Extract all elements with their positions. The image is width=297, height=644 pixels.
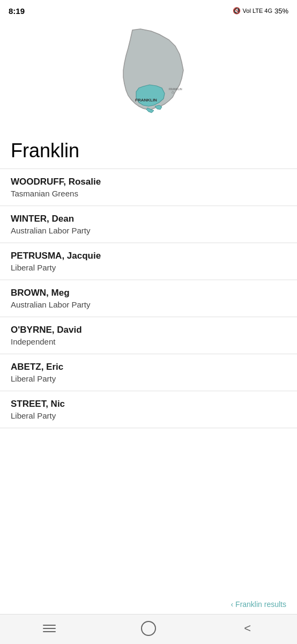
signal-icon: Vol LTE 4G <box>243 8 272 14</box>
bottom-nav: < <box>0 614 297 644</box>
nav-back-button[interactable]: < <box>232 618 264 639</box>
candidate-item: PETRUSMA, Jacquie Liberal Party <box>0 243 297 280</box>
map-container: FRANKLIN ⌂ FRANKLIN <box>0 19 297 134</box>
home-circle-icon <box>141 621 156 636</box>
candidate-party-7: Liberal Party <box>11 411 286 420</box>
candidate-item: WINTER, Dean Australian Labor Party <box>0 206 297 243</box>
candidate-name-2: WINTER, Dean <box>11 214 286 224</box>
tasmania-map: FRANKLIN ⌂ FRANKLIN <box>90 25 207 132</box>
candidate-party-6: Liberal Party <box>11 374 286 383</box>
mute-icon: 🔇 <box>233 7 241 14</box>
candidate-name-7: STREET, Nic <box>11 399 286 409</box>
svg-text:FRANKLIN: FRANKLIN <box>169 87 182 91</box>
candidate-name-5: O'BYRNE, David <box>11 325 286 335</box>
candidate-party-5: Independent <box>11 337 286 346</box>
battery-icon: 35% <box>274 7 288 15</box>
candidate-item: WOODRUFF, Rosalie Tasmanian Greens <box>0 169 297 206</box>
candidate-name-4: BROWN, Meg <box>11 288 286 298</box>
candidates-list: WOODRUFF, Rosalie Tasmanian Greens WINTE… <box>0 169 297 595</box>
status-icons: 🔇 Vol LTE 4G 35% <box>233 7 288 15</box>
results-link[interactable]: Franklin results <box>0 595 297 614</box>
status-time: 8:19 <box>9 6 25 16</box>
candidate-party-2: Australian Labor Party <box>11 226 286 235</box>
candidate-item: ABETZ, Eric Liberal Party <box>0 354 297 391</box>
page-title: Franklin <box>0 134 297 169</box>
candidate-party-1: Tasmanian Greens <box>11 189 286 198</box>
nav-home-button[interactable] <box>132 618 165 639</box>
candidate-name-6: ABETZ, Eric <box>11 362 286 372</box>
candidate-item: O'BYRNE, David Independent <box>0 317 297 354</box>
candidate-item: BROWN, Meg Australian Labor Party <box>0 280 297 317</box>
menu-lines-icon <box>43 625 56 632</box>
svg-text:FRANKLIN: FRANKLIN <box>135 98 157 103</box>
results-link-text[interactable]: Franklin results <box>231 600 286 609</box>
status-bar: 8:19 🔇 Vol LTE 4G 35% <box>0 0 297 19</box>
candidate-item: STREET, Nic Liberal Party <box>0 391 297 428</box>
candidate-name-3: PETRUSMA, Jacquie <box>11 251 286 261</box>
candidate-party-4: Australian Labor Party <box>11 300 286 309</box>
back-arrow-icon: < <box>244 621 251 635</box>
candidate-name-1: WOODRUFF, Rosalie <box>11 177 286 187</box>
nav-menu-button[interactable] <box>33 618 65 639</box>
candidate-party-3: Liberal Party <box>11 263 286 272</box>
